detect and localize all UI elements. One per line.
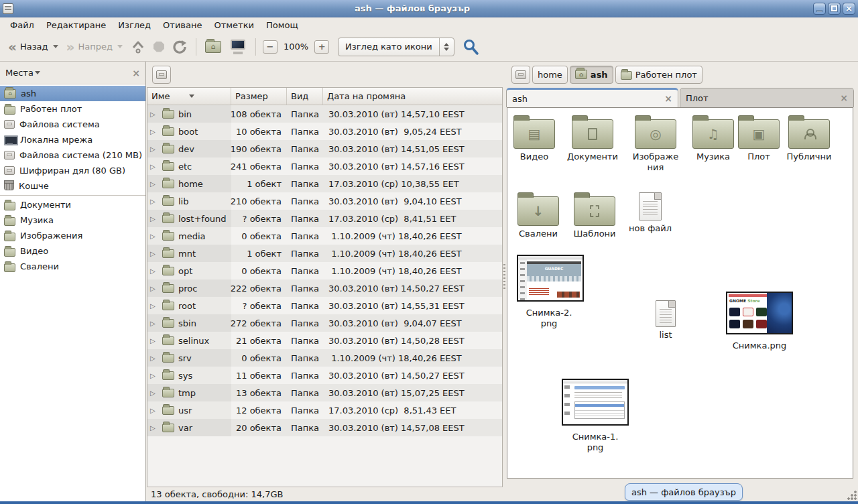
folder-item-public[interactable]: Публични bbox=[782, 114, 836, 162]
expander-icon[interactable]: ▷ bbox=[150, 128, 158, 135]
table-row-etc[interactable]: ▷etc241 обектаПапка30.03.2010 (вт) 14,57… bbox=[147, 158, 502, 175]
breadcrumb-root-filesystem[interactable] bbox=[152, 66, 171, 84]
folder-item-templates[interactable]: Шаблони bbox=[569, 191, 620, 239]
expander-icon[interactable]: ▷ bbox=[150, 372, 158, 379]
back-history-arrow[interactable] bbox=[53, 45, 58, 48]
resize-grip[interactable] bbox=[847, 490, 857, 500]
home-button[interactable]: ⌂ bbox=[201, 38, 225, 56]
zoom-out-button[interactable]: − bbox=[263, 40, 278, 54]
expander-icon[interactable]: ▷ bbox=[150, 355, 158, 362]
breadcrumb-home[interactable]: home bbox=[532, 66, 568, 84]
sidebar-item-video[interactable]: Видео bbox=[0, 243, 145, 259]
snimka1-thumbnail[interactable] bbox=[562, 379, 629, 426]
expander-icon[interactable]: ▷ bbox=[150, 233, 158, 240]
expander-icon[interactable]: ▷ bbox=[150, 267, 158, 275]
folder-item-video[interactable]: ▤ Видео bbox=[509, 114, 560, 162]
menu-file[interactable]: Файл bbox=[4, 19, 40, 32]
table-row-lost-found[interactable]: ▷lost+found? обектаПапка17.03.2010 (ср) … bbox=[147, 210, 502, 227]
breadcrumb-ash[interactable]: ⌂ ash bbox=[570, 66, 613, 84]
forward-button[interactable]: » Напред bbox=[62, 39, 127, 54]
view-mode-steppers[interactable] bbox=[439, 38, 454, 56]
sidebar-item-filesystem[interactable]: Файлова система bbox=[0, 117, 145, 132]
column-header-type[interactable]: Вид bbox=[287, 88, 323, 105]
up-button[interactable] bbox=[127, 37, 149, 57]
taskbar-window-button[interactable]: ash — файлов браузър bbox=[625, 483, 743, 501]
close-button[interactable]: × bbox=[843, 3, 855, 15]
menu-bookmarks[interactable]: Отметки bbox=[208, 19, 259, 32]
expander-icon[interactable]: ▷ bbox=[150, 407, 158, 414]
computer-button[interactable] bbox=[225, 37, 251, 57]
folder-item-pictures[interactable]: ◎ Изображения bbox=[631, 114, 680, 174]
table-row-srv[interactable]: ▷srv0 обектаПапка 1.10.2009 (чт) 18,40,2… bbox=[147, 349, 502, 367]
sidebar-item-documents[interactable]: Документи bbox=[0, 197, 145, 212]
expander-icon[interactable]: ▷ bbox=[150, 424, 158, 432]
expander-icon[interactable]: ▷ bbox=[150, 145, 158, 153]
maximize-button[interactable] bbox=[828, 3, 841, 15]
expander-icon[interactable]: ▷ bbox=[150, 389, 158, 397]
table-row-dev[interactable]: ▷dev190 обектаПапка30.03.2010 (вт) 14,51… bbox=[147, 140, 502, 158]
sidebar-item-pictures[interactable]: Изображения bbox=[0, 228, 145, 243]
expander-icon[interactable]: ▷ bbox=[150, 337, 158, 344]
breadcrumb-desktop[interactable]: Работен плот bbox=[615, 66, 702, 84]
folder-item-desktop[interactable]: ▣ Плот bbox=[733, 114, 784, 162]
file-item-new-file[interactable]: нов файл bbox=[625, 192, 676, 234]
table-row-media[interactable]: ▷media0 обектаПапка 1.10.2009 (чт) 18,40… bbox=[147, 227, 502, 245]
view-mode-select[interactable]: Изглед като икони bbox=[338, 38, 454, 56]
snimka2-thumbnail[interactable]: GUADEC bbox=[517, 255, 584, 302]
expander-icon[interactable]: ▷ bbox=[150, 163, 158, 170]
sidebar-item-filesystem-210mb[interactable]: Файлова система (210 MB) bbox=[0, 147, 145, 163]
expander-icon[interactable]: ▷ bbox=[150, 111, 158, 118]
back-button[interactable]: « Назад bbox=[4, 39, 62, 54]
table-row-root[interactable]: ▷root? обектаПапка30.03.2010 (вт) 14,55,… bbox=[147, 297, 502, 314]
column-header-size[interactable]: Размер bbox=[231, 88, 287, 105]
sidebar-title[interactable]: Места bbox=[5, 68, 34, 78]
stop-button[interactable] bbox=[149, 39, 168, 55]
folder-item-documents[interactable]: Документи bbox=[564, 114, 621, 162]
file-item-list[interactable]: list bbox=[640, 300, 691, 340]
sidebar-close-button[interactable]: × bbox=[132, 68, 140, 78]
table-row-sys[interactable]: ▷sys11 обектаПапка30.03.2010 (вт) 14,50,… bbox=[147, 367, 502, 384]
table-row-tmp[interactable]: ▷tmp13 обектаПапка30.03.2010 (вт) 15,07,… bbox=[147, 384, 502, 401]
table-row-sbin[interactable]: ▷sbin272 обектаПапка30.03.2010 (вт) 9,04… bbox=[147, 314, 502, 332]
table-row-opt[interactable]: ▷opt0 обектаПапка 1.10.2009 (чт) 18,40,2… bbox=[147, 262, 502, 279]
table-row-var[interactable]: ▷var20 обектаПапка30.03.2010 (вт) 14,57,… bbox=[147, 419, 502, 436]
menu-view[interactable]: Изглед bbox=[112, 19, 157, 32]
minimize-button[interactable] bbox=[813, 3, 826, 15]
table-row-bin[interactable]: ▷bin108 обектаПапка30.03.2010 (вт) 14,57… bbox=[147, 105, 502, 123]
table-row-lib[interactable]: ▷lib210 обектаПапка30.03.2010 (вт) 9,04,… bbox=[147, 192, 502, 210]
table-row-home[interactable]: ▷home1 обектПапка17.03.2010 (ср) 10,38,5… bbox=[147, 175, 502, 192]
tab-close-icon[interactable]: × bbox=[840, 93, 848, 103]
table-row-boot[interactable]: ▷boot10 обектаПапка30.03.2010 (вт) 9,05,… bbox=[147, 123, 502, 140]
sidebar-item-home[interactable]: ⌂ ash bbox=[0, 86, 145, 101]
tab-plot[interactable]: Плот × bbox=[680, 88, 854, 107]
reload-button[interactable] bbox=[168, 37, 191, 57]
column-header-date[interactable]: Дата на промяна bbox=[323, 88, 502, 105]
sidebar-item-network[interactable]: Локална мрежа bbox=[0, 132, 145, 147]
expander-icon[interactable]: ▷ bbox=[150, 285, 158, 292]
folder-item-downloads[interactable]: ↓ Свалени bbox=[513, 191, 564, 239]
expander-icon[interactable]: ▷ bbox=[150, 302, 158, 310]
menu-go[interactable]: Отиване bbox=[157, 19, 208, 32]
expander-icon[interactable]: ▷ bbox=[150, 250, 158, 257]
expander-icon[interactable]: ▷ bbox=[150, 320, 158, 327]
sidebar-item-encrypted-80gb[interactable]: Шифриран дял (80 GB) bbox=[0, 163, 145, 178]
sidebar-item-downloads[interactable]: Свалени bbox=[0, 259, 145, 274]
expander-icon[interactable]: ▷ bbox=[150, 198, 158, 205]
table-row-selinux[interactable]: ▷selinux21 обектаПапка30.03.2010 (вт) 14… bbox=[147, 332, 502, 349]
column-header-name[interactable]: Име bbox=[147, 88, 231, 105]
sidebar-item-desktop[interactable]: Работен плот bbox=[0, 101, 145, 117]
expander-icon[interactable]: ▷ bbox=[150, 180, 158, 188]
table-row-usr[interactable]: ▷usr12 обектаПапка17.03.2010 (ср) 8,51,4… bbox=[147, 401, 502, 419]
sidebar-title-dropdown-icon[interactable] bbox=[35, 71, 40, 74]
breadcrumb-root-filesystem[interactable] bbox=[511, 66, 530, 84]
zoom-in-button[interactable]: + bbox=[314, 40, 329, 54]
menu-edit[interactable]: Редактиране bbox=[40, 19, 112, 32]
table-row-mnt[interactable]: ▷mnt1 обектПапка 1.10.2009 (чт) 18,40,26… bbox=[147, 245, 502, 262]
sidebar-item-music[interactable]: Музика bbox=[0, 212, 145, 228]
folder-item-music[interactable]: ♫ Музика bbox=[688, 114, 739, 162]
tab-ash[interactable]: ash × bbox=[506, 88, 678, 107]
sidebar-item-trash[interactable]: Кошче bbox=[0, 178, 145, 194]
table-row-proc[interactable]: ▷proc222 обектаПапка30.03.2010 (вт) 14,5… bbox=[147, 279, 502, 297]
search-button[interactable] bbox=[463, 38, 480, 56]
snimka-thumbnail[interactable]: GNOME Store bbox=[726, 292, 793, 334]
